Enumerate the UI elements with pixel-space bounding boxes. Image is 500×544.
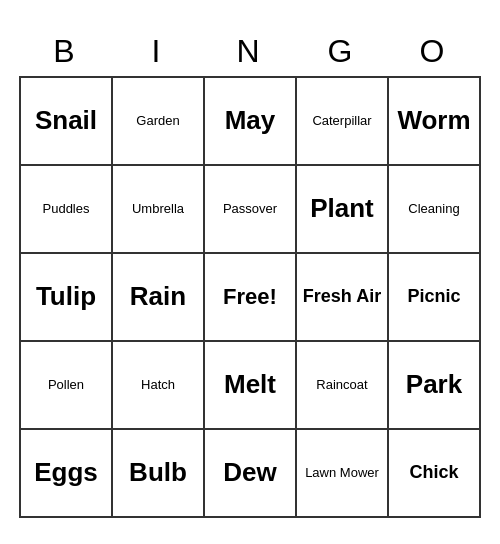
bingo-cell-14[interactable]: Picnic xyxy=(388,253,480,341)
bingo-cell-13[interactable]: Fresh Air xyxy=(296,253,388,341)
bingo-cell-15[interactable]: Pollen xyxy=(20,341,112,429)
bingo-cell-16[interactable]: Hatch xyxy=(112,341,204,429)
bingo-header: BINGO xyxy=(19,26,481,76)
header-letter-i: I xyxy=(111,26,203,76)
bingo-cell-22[interactable]: Dew xyxy=(204,429,296,517)
header-letter-n: N xyxy=(203,26,295,76)
header-letter-o: O xyxy=(387,26,479,76)
bingo-cell-5[interactable]: Puddles xyxy=(20,165,112,253)
bingo-cell-9[interactable]: Cleaning xyxy=(388,165,480,253)
bingo-cell-11[interactable]: Rain xyxy=(112,253,204,341)
bingo-cell-19[interactable]: Park xyxy=(388,341,480,429)
bingo-cell-17[interactable]: Melt xyxy=(204,341,296,429)
bingo-cell-0[interactable]: Snail xyxy=(20,77,112,165)
bingo-cell-1[interactable]: Garden xyxy=(112,77,204,165)
bingo-cell-23[interactable]: Lawn Mower xyxy=(296,429,388,517)
bingo-cell-3[interactable]: Caterpillar xyxy=(296,77,388,165)
header-letter-b: B xyxy=(19,26,111,76)
bingo-cell-8[interactable]: Plant xyxy=(296,165,388,253)
bingo-cell-21[interactable]: Bulb xyxy=(112,429,204,517)
bingo-cell-24[interactable]: Chick xyxy=(388,429,480,517)
bingo-cell-4[interactable]: Worm xyxy=(388,77,480,165)
bingo-cell-18[interactable]: Raincoat xyxy=(296,341,388,429)
bingo-cell-7[interactable]: Passover xyxy=(204,165,296,253)
bingo-cell-10[interactable]: Tulip xyxy=(20,253,112,341)
bingo-cell-12[interactable]: Free! xyxy=(204,253,296,341)
bingo-grid: SnailGardenMayCaterpillarWormPuddlesUmbr… xyxy=(19,76,481,518)
bingo-cell-6[interactable]: Umbrella xyxy=(112,165,204,253)
header-letter-g: G xyxy=(295,26,387,76)
bingo-cell-2[interactable]: May xyxy=(204,77,296,165)
bingo-cell-20[interactable]: Eggs xyxy=(20,429,112,517)
